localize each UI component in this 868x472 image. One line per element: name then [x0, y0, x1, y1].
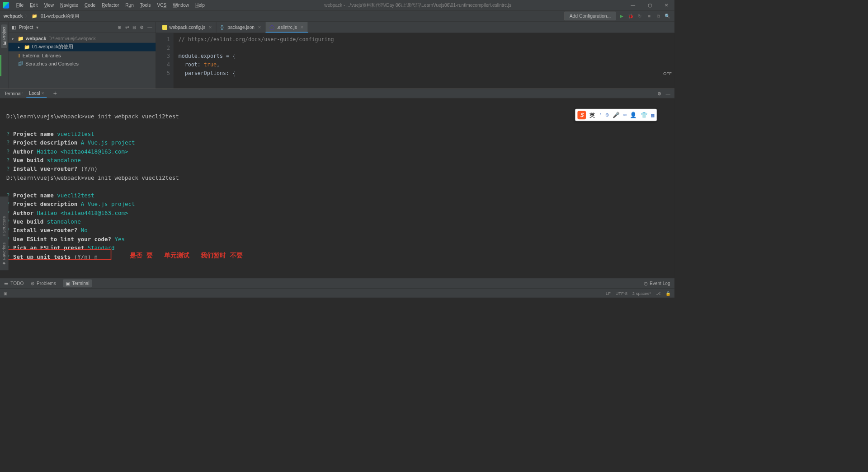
stop-icon[interactable]: ■	[646, 13, 653, 20]
navigation-bar: webpack 〉 📁 01-webpack的使用 Add Configurat…	[0, 10, 675, 22]
sidebar-structure-tab[interactable]: ⫴ Structure	[1, 215, 7, 238]
chevron-down-icon[interactable]: ▾	[12, 37, 15, 41]
annotation-text: 是否 要 单元测试 我们暂时 不要	[130, 251, 242, 259]
terminal-header: Terminal: Local× + ⚙ —	[0, 89, 675, 98]
close-icon[interactable]: ×	[258, 24, 261, 30]
js-file-icon	[162, 25, 167, 30]
project-panel-title[interactable]: Project	[19, 24, 33, 30]
breadcrumb-root: webpack	[4, 14, 23, 19]
tab-package-json[interactable]: {} package.json ×	[216, 22, 265, 33]
terminal-panel: Terminal: Local× + ⚙ — D:\learn\vuejs\we…	[0, 89, 675, 278]
gear-icon[interactable]: ⚙	[140, 24, 144, 30]
terminal-tab-local[interactable]: Local×	[26, 89, 47, 98]
select-opened-file-icon[interactable]: ⊕	[118, 24, 122, 30]
app-logo	[3, 2, 9, 8]
window-controls: — ▢ ✕	[628, 2, 671, 8]
libraries-icon: ⫴	[18, 52, 20, 58]
line-gutter: 1 2 3 4 5	[156, 33, 174, 89]
hide-panel-icon[interactable]: —	[147, 24, 152, 30]
titlebar: File Edit View Navigate Code Refactor Ru…	[0, 0, 675, 10]
menu-bar: File Edit View Navigate Code Refactor Ru…	[14, 1, 208, 9]
maximize-button[interactable]: ▢	[645, 2, 655, 8]
menu-vcs[interactable]: VCS	[154, 1, 169, 9]
add-terminal-button[interactable]: +	[53, 90, 57, 97]
breadcrumb-item[interactable]: 01-webpack的使用	[41, 13, 79, 19]
tab-webpack-config[interactable]: webpack.config.js ×	[158, 22, 217, 33]
menu-tools[interactable]: Tools	[137, 1, 154, 9]
tree-root[interactable]: ▾ 📁 webpack D:\learn\vuejs\webpack	[9, 34, 156, 43]
main-area: ◧ Project ◧ Project ▾ ⊕ ⇄ ⊟ ⚙ — ▾ 📁 webp…	[0, 22, 675, 89]
editor-tabs: webpack.config.js × {} package.json × ◯ …	[156, 22, 675, 33]
scratches-icon: 🗐	[18, 61, 23, 66]
terminal-output[interactable]: D:\learn\vuejs\webpack>vue init webpack …	[0, 98, 675, 319]
ime-voice-icon[interactable]: 🎤	[613, 111, 620, 119]
search-icon[interactable]: 🔍	[664, 13, 671, 20]
left-tool-strip-bottom: ⫴ Structure ★ Favorites	[0, 196, 9, 270]
ime-toolbox-icon[interactable]: ▦	[651, 111, 654, 119]
active-indicator	[0, 55, 1, 76]
breadcrumb[interactable]: webpack 〉 📁 01-webpack的使用	[4, 13, 79, 19]
ime-keyboard-icon[interactable]: ⌨	[623, 111, 626, 119]
close-button[interactable]: ✕	[662, 2, 672, 8]
menu-run[interactable]: Run	[123, 1, 137, 9]
project-panel-header: ◧ Project ▾ ⊕ ⇄ ⊟ ⚙ —	[9, 22, 156, 33]
project-panel: ◧ Project ▾ ⊕ ⇄ ⊟ ⚙ — ▾ 📁 webpack D:\lea…	[9, 22, 156, 89]
profiler-icon[interactable]: ⧉	[655, 13, 662, 20]
ime-user-icon[interactable]: 👤	[630, 111, 637, 119]
close-icon[interactable]: ×	[209, 24, 212, 30]
add-configuration-button[interactable]: Add Configuration...	[564, 12, 616, 20]
ime-skin-icon[interactable]: 👕	[641, 111, 648, 119]
menu-help[interactable]: Help	[193, 1, 208, 9]
annotation-box	[4, 249, 111, 260]
json-file-icon: {}	[221, 25, 226, 30]
inspection-off-badge[interactable]: OFF	[663, 71, 672, 76]
menu-refactor[interactable]: Refactor	[99, 1, 122, 9]
menu-window[interactable]: Window	[170, 1, 192, 9]
ime-toolbar[interactable]: S 英 ' ☺ 🎤 ⌨ 👤 👕 ▦	[575, 109, 657, 121]
tree-scratches[interactable]: 🗐 Scratches and Consoles	[9, 60, 156, 68]
folder-icon: 📁	[24, 44, 30, 50]
breadcrumb-sep-icon: 〉	[25, 13, 29, 19]
menu-code[interactable]: Code	[82, 1, 99, 9]
terminal-title: Terminal:	[4, 91, 23, 96]
minimize-button[interactable]: —	[628, 2, 638, 8]
sidebar-project-tab[interactable]: ◧ Project	[1, 24, 7, 48]
code-editor[interactable]: 1 2 3 4 5 // https://eslint.org/docs/use…	[156, 33, 675, 89]
folder-icon: 📁	[18, 36, 24, 41]
tab-eslintrc[interactable]: ◯ .eslintrc.js ×	[265, 22, 308, 33]
run-icon[interactable]: ▶	[618, 13, 626, 20]
project-tree[interactable]: ▾ 📁 webpack D:\learn\vuejs\webpack ▸ 📁 0…	[9, 33, 156, 70]
expand-all-icon[interactable]: ⇄	[125, 24, 129, 30]
coverage-icon[interactable]: ↻	[637, 13, 644, 20]
eslint-file-icon: ◯	[269, 24, 274, 29]
project-view-icon: ◧	[12, 24, 16, 30]
editor-area: webpack.config.js × {} package.json × ◯ …	[156, 22, 675, 89]
folder-icon: 📁	[32, 14, 37, 19]
tree-folder-selected[interactable]: ▸ 📁 01-webpack的使用	[9, 43, 156, 51]
ime-punct-icon[interactable]: '	[599, 111, 602, 119]
collapse-all-icon[interactable]: ⊟	[132, 24, 137, 30]
debug-icon[interactable]: 🐞	[627, 13, 635, 20]
code-content[interactable]: // https://eslint.org/docs/user-guide/co…	[174, 33, 334, 89]
window-title: webpack - ...\vuejs资料和代码\Day 06\上课代码\Lea…	[208, 2, 628, 8]
gear-icon[interactable]: ⚙	[657, 91, 661, 96]
close-icon[interactable]: ×	[42, 90, 44, 96]
menu-edit[interactable]: Edit	[27, 1, 41, 9]
ime-emoji-icon[interactable]: ☺	[606, 111, 609, 119]
hide-panel-icon[interactable]: —	[665, 91, 670, 96]
ime-lang-toggle[interactable]: 英	[590, 111, 595, 119]
toolbar-right: Add Configuration... ▶ 🐞 ↻ ■ ⧉ 🔍	[564, 12, 671, 20]
menu-file[interactable]: File	[14, 1, 27, 9]
sidebar-favorites-tab[interactable]: ★ Favorites	[1, 241, 7, 267]
close-icon[interactable]: ×	[301, 24, 303, 30]
sogou-logo-icon[interactable]: S	[578, 111, 586, 119]
chevron-down-icon[interactable]: ▾	[36, 24, 38, 30]
chevron-right-icon[interactable]: ▸	[18, 45, 22, 49]
tree-external-libraries[interactable]: ⫴ External Libraries	[9, 51, 156, 60]
menu-view[interactable]: View	[41, 1, 57, 9]
menu-navigate[interactable]: Navigate	[57, 1, 81, 9]
